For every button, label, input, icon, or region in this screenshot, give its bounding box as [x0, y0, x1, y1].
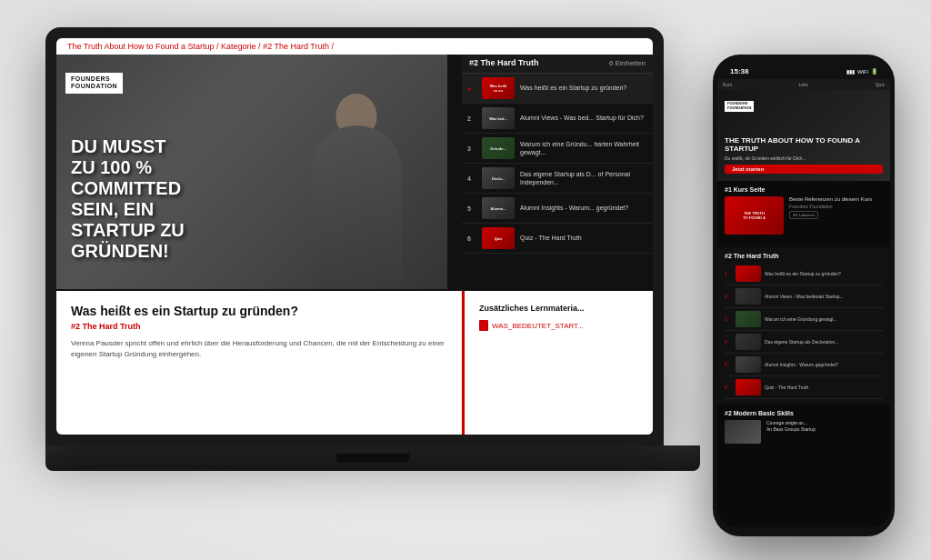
phone-logo: FOUNDERSFOUNDATION: [725, 96, 754, 113]
phone-screen: 15:38 ▮▮▮ WiFi 🔋 Kurs Lekt. Quiz FOUNDER…: [717, 64, 890, 527]
playlist-title: #2 The Hard Truth: [469, 58, 539, 67]
content-title: Was heißt es ein Startup zu gründen?: [71, 304, 446, 318]
breadcrumb-text: The Truth About How to Found a Startup /…: [67, 42, 334, 51]
thumb-1: Was heißtes zu: [482, 77, 515, 99]
file-item[interactable]: WAS_BEDEUTET_START...: [479, 320, 638, 331]
phone-time: 15:38: [730, 67, 748, 75]
laptop: The Truth About How to Found a Startup /…: [45, 27, 700, 536]
phone-pl-item-1[interactable]: 1 Was heißt es ein Startup zu gründen?: [725, 263, 883, 285]
laptop-base: [45, 445, 700, 471]
phone-pl-thumb-4: [736, 334, 761, 350]
playlist-header: #2 The Hard Truth 6 Einheiten: [462, 53, 653, 74]
phone-pl-thumb-6: [736, 379, 761, 395]
playlist-item-6[interactable]: 6 Quiz Quiz - The Hard Truth: [462, 224, 653, 254]
phone-section-2: #2 The Hard Truth 1 Was heißt es ein Sta…: [717, 247, 890, 405]
playlist-item-2[interactable]: 2 Was bed... Alumni Views - Was bed... S…: [462, 104, 653, 134]
phone-section-1-title: #1 Kurs Seite: [725, 186, 883, 193]
thumb-3: Gründe...: [482, 137, 515, 159]
content-right: Zusätzliches Lernmateria... WAS_BEDEUTET…: [462, 291, 653, 435]
item-num-3: 3: [467, 145, 476, 152]
phone-pl-item-6[interactable]: 6 Quiz - The Hard Truth: [725, 376, 883, 399]
phone-pl-item-2[interactable]: 2 Alumni Views - Was bedeutet Startup...: [725, 285, 883, 308]
phone-pl-num-5: 5: [725, 362, 732, 367]
thumb-2: Was bed...: [482, 107, 515, 129]
phone-logo-text: FOUNDERSFOUNDATION: [727, 102, 751, 111]
content-description: Verena Pausder spricht offen und ehrlich…: [71, 338, 446, 360]
content-right-title: Zusätzliches Lernmateria...: [479, 304, 638, 313]
phone-logo-box: FOUNDERSFOUNDATION: [725, 101, 754, 112]
item-num-6: 6: [467, 235, 476, 242]
phone-pl-text-4: Das eigene Startup als Declaration...: [765, 339, 883, 345]
playlist-count: 6 Einheiten: [609, 59, 646, 67]
file-icon: [479, 320, 488, 331]
phone-status-icons: ▮▮▮ WiFi 🔋: [846, 68, 877, 75]
phone-featured-video[interactable]: THE TRUTHTO FOUND A Beste Referenzen zu …: [725, 196, 883, 235]
playlist-item-3[interactable]: 3 Gründe... Warum ich eine Gründu... har…: [462, 134, 653, 164]
playlist-item-1[interactable]: ● Was heißtes zu Was heißt es ein Startu…: [462, 74, 653, 104]
laptop-notch: [336, 454, 409, 463]
phone-pl-text-6: Quiz - The Hard Truth: [765, 385, 883, 391]
phone-section-3-title: #2 Modern Basic Skills: [725, 410, 883, 416]
phone-video-title: Beste Referenzen zu diesem Kurs: [789, 196, 883, 204]
phone-nav-item-1[interactable]: Kurs: [723, 82, 732, 87]
phone-pl-thumb-5: [736, 356, 761, 373]
video-area: FOUNDERS FOUNDATION: [56, 53, 447, 289]
thumb-5: Alumni...: [482, 197, 515, 219]
thumb-4: Decla...: [482, 167, 515, 189]
item-text-5: Alumni Insights - Warum... gegründet?: [520, 204, 647, 212]
phone-hero-subtitle: Du weißt, ob Gründen wirklich für Dich..…: [725, 155, 883, 161]
content-subtitle: #2 The Hard Truth: [71, 322, 446, 331]
item-text-1: Was heißt es ein Startup zu gründen?: [520, 84, 647, 92]
phone-s3-info-1: Courage zeigte an...An Bass Groups Start…: [766, 420, 816, 444]
phone-pl-num-4: 4: [725, 339, 732, 345]
phone-video-sub: Founders Foundation: [789, 204, 883, 209]
phone-pl-thumb-1: [736, 265, 761, 282]
phone: 15:38 ▮▮▮ WiFi 🔋 Kurs Lekt. Quiz FOUNDER…: [713, 55, 895, 536]
phone-pl-text-3: Warum ich eine Gründung gewagt...: [765, 316, 883, 323]
phone-pl-num-2: 2: [725, 294, 732, 299]
playlist-item-4[interactable]: 4 Decla... Das eigene Startup als D... o…: [462, 164, 653, 194]
phone-pl-item-3[interactable]: 3 Warum ich eine Gründung gewagt...: [725, 308, 883, 331]
phone-nav[interactable]: Kurs Lekt. Quiz: [717, 79, 890, 90]
phone-status-bar: 15:38 ▮▮▮ WiFi 🔋: [717, 64, 890, 79]
phone-section-3: #2 Modern Basic Skills Courage zeigte an…: [717, 405, 890, 453]
phone-s3-videos: Courage zeigte an...An Bass Groups Start…: [725, 420, 883, 444]
content-area: Was heißt es ein Startup zu gründen? #2 …: [56, 291, 653, 435]
file-name: WAS_BEDEUTET_START...: [492, 322, 584, 330]
item-num-5: 5: [467, 205, 476, 212]
phone-featured-thumb: THE TRUTHTO FOUND A: [725, 196, 784, 235]
item-text-3: Warum ich eine Gründu... harten Wahrheit…: [520, 140, 647, 156]
phone-cta-button[interactable]: Jetzt starten: [725, 165, 883, 174]
item-num-4: 4: [467, 175, 476, 182]
breadcrumb: The Truth About How to Found a Startup /…: [56, 38, 653, 55]
item-text-6: Quiz - The Hard Truth: [520, 234, 647, 242]
phone-pl-item-4[interactable]: 4 Das eigene Startup als Declaration...: [725, 331, 883, 354]
logo: FOUNDERS FOUNDATION: [65, 73, 123, 94]
phone-pl-num-1: 1: [725, 271, 732, 276]
content-left: Was heißt es ein Startup zu gründen? #2 …: [56, 291, 462, 435]
scene: The Truth About How to Found a Startup /…: [0, 0, 931, 560]
video-headline: DU MUSSTZU 100 %COMMITTEDSEIN, EINSTARTU…: [71, 136, 185, 262]
logo-box: FOUNDERS FOUNDATION: [65, 73, 123, 94]
item-num-1: ●: [467, 85, 476, 92]
phone-pl-thumb-3: [736, 311, 761, 327]
laptop-screen: The Truth About How to Found a Startup /…: [56, 38, 653, 435]
phone-hero-title: The Truth About How to Found aStartup: [725, 136, 883, 154]
phone-section-2-title: #2 The Hard Truth: [725, 253, 883, 259]
phone-section-1: #1 Kurs Seite THE TRUTHTO FOUND A Beste …: [717, 181, 890, 244]
phone-video-tags: 2/6 Lektionen: [789, 211, 883, 219]
phone-nav-item-3[interactable]: Quiz: [876, 82, 885, 87]
thumb-6: Quiz: [482, 227, 515, 249]
phone-pl-num-6: 6: [725, 385, 732, 390]
phone-s3-title-1: Courage zeigte an...An Bass Groups Start…: [766, 420, 816, 432]
phone-pl-item-5[interactable]: 5 Alumni Insights - Warum gegründet?: [725, 354, 883, 376]
phone-s3-thumb-1: [725, 420, 761, 444]
phone-nav-item-2[interactable]: Lekt.: [799, 82, 809, 87]
playlist-item-5[interactable]: 5 Alumni... Alumni Insights - Warum... g…: [462, 194, 653, 224]
item-num-2: 2: [467, 115, 476, 122]
laptop-screen-outer: The Truth About How to Found a Startup /…: [45, 27, 664, 445]
phone-pl-thumb-2: [736, 288, 761, 305]
playlist-panel: #2 The Hard Truth 6 Einheiten ● Was heiß…: [462, 53, 653, 289]
item-text-2: Alumni Views - Was bed... Startup für Di…: [520, 114, 647, 122]
phone-pl-text-2: Alumni Views - Was bedeutet Startup...: [765, 294, 883, 300]
